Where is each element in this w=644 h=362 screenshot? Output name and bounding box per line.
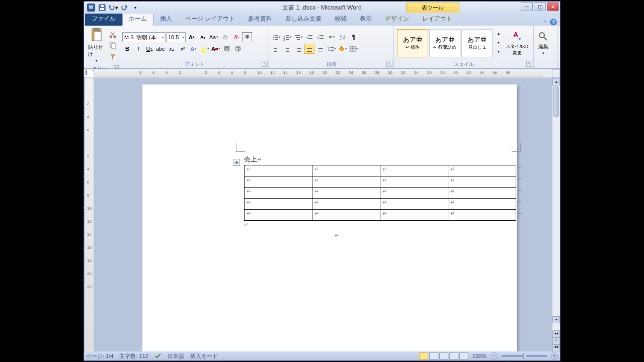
justify-button[interactable] bbox=[304, 44, 314, 54]
browse-object-button[interactable]: ○ bbox=[552, 337, 560, 344]
table-cell[interactable]: ↵ bbox=[312, 176, 380, 188]
document-table[interactable]: ↵↵↵↵↵↵↵↵↵↵↵↵↵↵↵↵↵↵↵↵ bbox=[244, 165, 516, 221]
scroll-up-button[interactable]: ▴ bbox=[552, 78, 560, 85]
paragraph-launcher[interactable]: ⤡ bbox=[386, 61, 392, 67]
bold-button[interactable]: B bbox=[122, 44, 132, 54]
multilevel-list-button[interactable]: ▾ bbox=[293, 32, 303, 42]
font-launcher[interactable]: ⤡ bbox=[262, 61, 268, 67]
styles-launcher[interactable]: ⤡ bbox=[526, 61, 532, 67]
numbering-button[interactable]: 123▾ bbox=[282, 32, 292, 42]
style-normal[interactable]: あア亜↵ 標準 bbox=[397, 29, 428, 57]
shading-button[interactable]: ▾ bbox=[338, 44, 348, 54]
prev-page-button[interactable]: ▴▴ bbox=[552, 330, 560, 337]
tab-layout[interactable]: レイアウト bbox=[416, 12, 459, 26]
table-cell[interactable]: ↵ bbox=[312, 199, 380, 210]
align-center-button[interactable] bbox=[282, 44, 292, 54]
maximize-button[interactable]: ▢ bbox=[534, 2, 546, 11]
paste-button[interactable]: 貼り付け ▾ bbox=[86, 27, 107, 64]
font-name-combo[interactable]: ＭＳ 明朝 (本▾ bbox=[122, 32, 166, 42]
tab-review[interactable]: 校閲 bbox=[328, 12, 353, 26]
horizontal-ruler[interactable]: 8642246810121416182022242628303234363840… bbox=[94, 69, 543, 77]
word-app-icon[interactable]: W bbox=[86, 3, 96, 13]
cut-button[interactable] bbox=[108, 29, 118, 39]
zoom-level[interactable]: 100% bbox=[472, 353, 487, 359]
view-web-layout[interactable] bbox=[439, 352, 448, 359]
char-shading-button[interactable]: A bbox=[222, 44, 232, 54]
ruler-toggle[interactable] bbox=[552, 69, 560, 77]
qat-customize[interactable]: ▾ bbox=[130, 3, 140, 13]
distributed-button[interactable] bbox=[315, 44, 326, 54]
page-scroll[interactable]: ✥ 売上↵ ↵↵↵↵↵↵↵↵↵↵↵↵↵↵↵↵↵↵↵↵ ↵ ↵ ↵↵↵↵↵ bbox=[94, 78, 552, 351]
highlight-button[interactable]: ▾ bbox=[200, 44, 210, 54]
minimize-ribbon-icon[interactable]: ⌃ bbox=[543, 20, 547, 25]
table-cell[interactable]: ↵ bbox=[448, 165, 516, 176]
table-cell[interactable]: ↵ bbox=[380, 188, 448, 199]
vertical-ruler[interactable]: 246246810121416182022 bbox=[85, 78, 94, 351]
save-button[interactable] bbox=[97, 3, 107, 13]
zoom-out-button[interactable]: − bbox=[491, 352, 498, 359]
status-page[interactable]: ページ: 1/4 bbox=[86, 352, 113, 360]
table-cell[interactable]: ↵ bbox=[448, 199, 516, 210]
table-cell[interactable]: ↵ bbox=[312, 210, 380, 221]
table-cell[interactable]: ↵ bbox=[312, 165, 380, 176]
char-border-button[interactable]: 字 bbox=[233, 44, 243, 54]
grow-font-button[interactable]: A▴ bbox=[187, 32, 197, 42]
vertical-scrollbar[interactable]: ▴ ▾ ▴▴ ○ ▾▾ bbox=[552, 78, 560, 351]
table-cell[interactable]: ↵ bbox=[245, 176, 312, 188]
editing-button[interactable]: 編集▾ bbox=[536, 30, 551, 56]
status-words[interactable]: 文字数: 112 bbox=[119, 352, 148, 360]
clear-formatting-button[interactable]: A bbox=[231, 32, 241, 42]
table-cell[interactable]: ↵ bbox=[380, 210, 448, 221]
asian-layout-button[interactable]: ✕▾ bbox=[327, 32, 337, 42]
table-cell[interactable]: ↵ bbox=[245, 165, 312, 176]
shrink-font-button[interactable]: A▾ bbox=[198, 32, 208, 42]
enclose-char-button[interactable]: 字 bbox=[242, 32, 252, 42]
style-heading1[interactable]: あア亜見出し 1 bbox=[461, 29, 493, 57]
decrease-indent-button[interactable] bbox=[304, 32, 314, 42]
scroll-thumb[interactable] bbox=[553, 86, 559, 117]
change-styles-button[interactable]: A スタイルの変更 bbox=[503, 29, 531, 57]
align-left-button[interactable] bbox=[271, 44, 281, 54]
subscript-button[interactable]: x₂ bbox=[167, 44, 177, 54]
style-expand[interactable]: ▾ bbox=[494, 47, 504, 56]
page[interactable]: ✥ 売上↵ ↵↵↵↵↵↵↵↵↵↵↵↵↵↵↵↵↵↵↵↵ ↵ ↵ ↵↵↵↵↵ bbox=[142, 84, 517, 351]
strikethrough-button[interactable]: abc bbox=[155, 44, 166, 54]
increase-indent-button[interactable] bbox=[315, 32, 326, 42]
show-marks-button[interactable]: ¶ bbox=[349, 32, 359, 42]
tab-mailings[interactable]: 差し込み文書 bbox=[279, 12, 328, 26]
table-cell[interactable]: ↵ bbox=[448, 210, 516, 221]
undo-button[interactable]: ▾ bbox=[108, 3, 118, 13]
status-language[interactable]: 日本語 bbox=[168, 352, 184, 360]
tab-home[interactable]: ホーム bbox=[122, 12, 153, 26]
table-cell[interactable]: ↵ bbox=[380, 176, 448, 188]
next-page-button[interactable]: ▾▾ bbox=[552, 344, 560, 351]
scroll-down-button[interactable]: ▾ bbox=[552, 316, 560, 323]
tab-view[interactable]: 表示 bbox=[353, 12, 378, 26]
table-move-handle[interactable]: ✥ bbox=[233, 159, 240, 166]
align-right-button[interactable] bbox=[293, 44, 303, 54]
minimize-button[interactable]: ─ bbox=[521, 2, 533, 11]
tab-file[interactable]: ファイル bbox=[85, 12, 122, 26]
table-cell[interactable]: ↵ bbox=[380, 165, 448, 176]
bullets-button[interactable]: ▾ bbox=[271, 32, 281, 42]
font-color-button[interactable]: A▾ bbox=[211, 44, 221, 54]
table-cell[interactable]: ↵ bbox=[245, 210, 312, 221]
style-nospace[interactable]: あア亜↵ 行間詰め bbox=[429, 29, 460, 57]
zoom-slider[interactable] bbox=[502, 355, 547, 357]
phonetic-guide-button[interactable]: ㋐ bbox=[220, 32, 230, 42]
underline-button[interactable]: U▾ bbox=[144, 44, 154, 54]
table-cell[interactable]: ↵ bbox=[448, 176, 516, 188]
table-cell[interactable]: ↵ bbox=[312, 188, 380, 199]
line-spacing-button[interactable]: ▾ bbox=[327, 44, 337, 54]
font-size-combo[interactable]: 10.5▾ bbox=[167, 32, 186, 42]
copy-button[interactable] bbox=[108, 40, 118, 50]
tab-references[interactable]: 参考資料 bbox=[242, 12, 279, 26]
italic-button[interactable]: I bbox=[133, 44, 143, 54]
borders-button[interactable]: ▾ bbox=[349, 44, 359, 54]
change-case-button[interactable]: Aa▾ bbox=[209, 32, 219, 42]
view-outline[interactable] bbox=[449, 352, 458, 359]
redo-button[interactable] bbox=[119, 3, 129, 13]
tab-insert[interactable]: 挿入 bbox=[153, 12, 179, 26]
superscript-button[interactable]: x² bbox=[178, 44, 188, 54]
view-full-screen[interactable] bbox=[429, 352, 438, 359]
